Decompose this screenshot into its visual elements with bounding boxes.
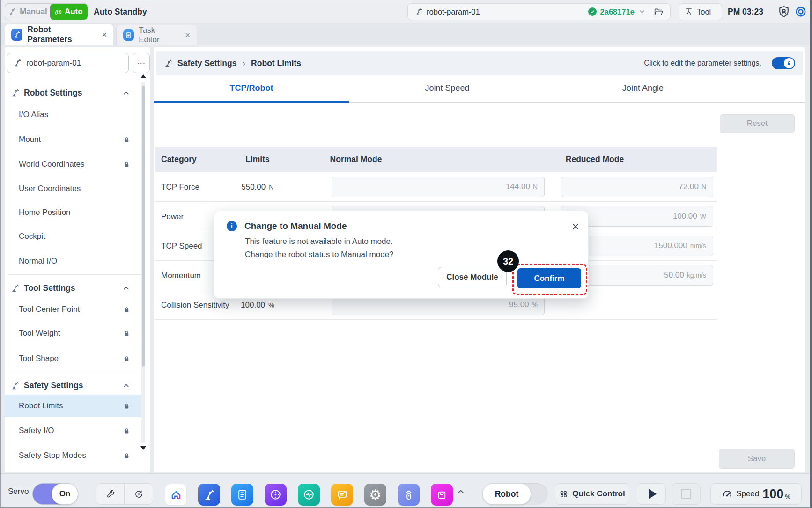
tab-robot-parameters[interactable]: Robot Parameters × bbox=[5, 24, 113, 45]
auto-mode-button[interactable]: @ Auto bbox=[50, 4, 88, 20]
sidebar-item-tool-weight[interactable]: Tool Weight bbox=[5, 322, 143, 345]
input-unit: mm/s bbox=[690, 242, 706, 250]
sidebar-item-tool-center-point[interactable]: Tool Center Point bbox=[5, 298, 143, 321]
close-module-button[interactable]: Close Module bbox=[438, 267, 507, 287]
parameter-file-pill[interactable]: robot-param-01 2a68171e bbox=[407, 3, 671, 20]
sidebar-item-world-coordinates[interactable]: World Coordinates bbox=[5, 153, 143, 176]
check-circle-icon bbox=[588, 7, 597, 16]
dpad-icon bbox=[269, 488, 282, 501]
speed-button[interactable]: Speed 100 % bbox=[710, 483, 802, 505]
home-icon bbox=[170, 489, 182, 501]
param-name-input[interactable]: robot-param-01 bbox=[7, 53, 129, 73]
remote-control-icon bbox=[403, 489, 415, 501]
tab-joint-speed[interactable]: Joint Speed bbox=[349, 75, 545, 101]
app-log-button[interactable] bbox=[331, 484, 353, 506]
sidebar-section-robot-settings[interactable]: Robot Settings bbox=[5, 81, 143, 104]
tab-tcp-robot[interactable]: TCP/Robot bbox=[154, 75, 349, 101]
tab-joint-angle[interactable]: Joint Angle bbox=[545, 75, 741, 101]
confirm-highlight-annotation bbox=[512, 264, 587, 295]
item-label: Safety Stop Modes bbox=[19, 451, 86, 460]
quick-control-button[interactable]: Quick Control bbox=[555, 483, 629, 505]
wrench-button[interactable] bbox=[96, 484, 125, 504]
waveform-icon bbox=[303, 488, 315, 501]
open-folder-icon[interactable] bbox=[654, 7, 664, 17]
change-to-manual-mode-dialog: i Change to Manual Mode This feature is … bbox=[214, 211, 589, 299]
servo-state-label: On bbox=[59, 489, 71, 499]
close-tab-icon[interactable]: × bbox=[185, 30, 190, 40]
stop-button[interactable] bbox=[672, 483, 701, 505]
limit-unit: % bbox=[268, 302, 274, 309]
item-label: User Coordinates bbox=[19, 184, 81, 193]
parameter-file-name: robot-param-01 bbox=[427, 7, 480, 16]
limit-value: 100.00 bbox=[241, 301, 265, 310]
servo-label: Servo bbox=[8, 474, 29, 508]
sync-button[interactable] bbox=[125, 484, 153, 504]
reduced-mode-input[interactable]: 72.00N bbox=[561, 177, 713, 197]
speed-unit: % bbox=[785, 493, 790, 500]
scroll-up-arrow[interactable] bbox=[140, 74, 146, 78]
sidebar-section-safety-settings[interactable]: Safety Settings bbox=[5, 374, 143, 397]
sidebar-item-cockpit[interactable]: Cockpit bbox=[5, 225, 143, 248]
reset-button[interactable]: Reset bbox=[720, 114, 795, 133]
sidebar-item-normal-io[interactable]: Normal I/O bbox=[5, 250, 143, 272]
footer-divider bbox=[154, 443, 805, 443]
app-monitoring-button[interactable] bbox=[298, 484, 320, 506]
column-header-reduced-mode: Reduced Mode bbox=[548, 147, 642, 172]
app-settings-button[interactable]: ⚙ bbox=[364, 484, 386, 506]
input-value: 72.00 bbox=[679, 182, 699, 191]
tab-label: Joint Speed bbox=[425, 83, 469, 93]
dock-collapse-button[interactable] bbox=[456, 474, 465, 508]
sidebar-item-io-alias[interactable]: I/O Alias bbox=[5, 103, 143, 126]
breadcrumb-parent: Safety Settings bbox=[177, 59, 236, 68]
sidebar-item-home-position[interactable]: Home Position bbox=[5, 201, 143, 224]
sidebar-item-robot-limits[interactable]: Robot Limits bbox=[5, 395, 143, 417]
sidebar-section-tool-settings[interactable]: Tool Settings bbox=[5, 277, 143, 299]
robot-toggle-knob: Robot bbox=[482, 483, 531, 505]
input-value: 100.00 bbox=[673, 212, 697, 221]
normal-mode-input[interactable]: 144.00N bbox=[332, 177, 545, 197]
chevron-down-icon[interactable] bbox=[638, 8, 646, 15]
limits-table-header: Category Limits Normal Mode Reduced Mode bbox=[155, 147, 717, 172]
tool-label: Tool bbox=[697, 7, 711, 16]
target-status-icon[interactable] bbox=[795, 6, 807, 18]
scroll-down-arrow[interactable] bbox=[140, 446, 146, 450]
close-tab-icon[interactable]: × bbox=[102, 30, 107, 40]
edit-hint-text: Click to edit the parameter settings. bbox=[644, 59, 761, 67]
app-home-button[interactable] bbox=[165, 484, 187, 506]
sidebar-item-mount[interactable]: Mount bbox=[5, 128, 143, 151]
breadcrumb: Safety Settings › Robot Limits Click to … bbox=[156, 51, 803, 75]
servo-toggle[interactable]: On bbox=[32, 483, 77, 505]
sidebar-scrollbar-thumb[interactable] bbox=[142, 86, 145, 367]
tab-task-editor[interactable]: Task Editor × bbox=[116, 25, 197, 45]
sidebar-item-safety-stop-modes[interactable]: Safety Stop Modes bbox=[5, 444, 143, 467]
safety-shield-icon[interactable] bbox=[777, 5, 790, 18]
app-remote-button[interactable] bbox=[398, 484, 420, 506]
dialog-close-icon[interactable] bbox=[569, 221, 582, 233]
section-label: Robot Settings bbox=[24, 88, 82, 98]
item-label: Tool Center Point bbox=[19, 305, 80, 314]
sidebar-item-user-coordinates[interactable]: User Coordinates bbox=[5, 177, 143, 200]
speed-label: Speed bbox=[736, 489, 759, 499]
tool-button[interactable]: Tool bbox=[679, 3, 722, 20]
more-options-button[interactable]: ⋯ bbox=[133, 53, 150, 73]
parameter-sidebar: robot-param-01 ⋯ Robot Settings I/O Alia… bbox=[5, 47, 150, 472]
lock-icon bbox=[123, 136, 130, 143]
app-store-button[interactable] bbox=[431, 484, 453, 506]
sidebar-item-tool-shape[interactable]: Tool Shape bbox=[5, 347, 143, 370]
close-module-label: Close Module bbox=[446, 272, 498, 282]
manual-mode-button[interactable]: Manual bbox=[5, 4, 50, 20]
version-hash: 2a68171e bbox=[600, 7, 635, 16]
app-robot-params-button[interactable] bbox=[198, 484, 220, 506]
limit-unit: N bbox=[269, 184, 273, 191]
app-jog-button[interactable] bbox=[265, 484, 287, 506]
play-button[interactable] bbox=[637, 483, 666, 505]
sidebar-item-safety-io[interactable]: Safety I/O bbox=[5, 420, 143, 442]
app-task-editor-button[interactable] bbox=[231, 484, 253, 506]
input-unit: kg.m/s bbox=[687, 272, 706, 279]
save-button[interactable]: Save bbox=[719, 449, 795, 469]
document-icon bbox=[236, 489, 248, 501]
speedometer-icon bbox=[722, 488, 733, 500]
edit-lock-toggle[interactable] bbox=[772, 57, 795, 69]
limit-value: 550.00 bbox=[241, 183, 266, 192]
robot-sim-toggle[interactable]: Robot bbox=[482, 483, 548, 505]
